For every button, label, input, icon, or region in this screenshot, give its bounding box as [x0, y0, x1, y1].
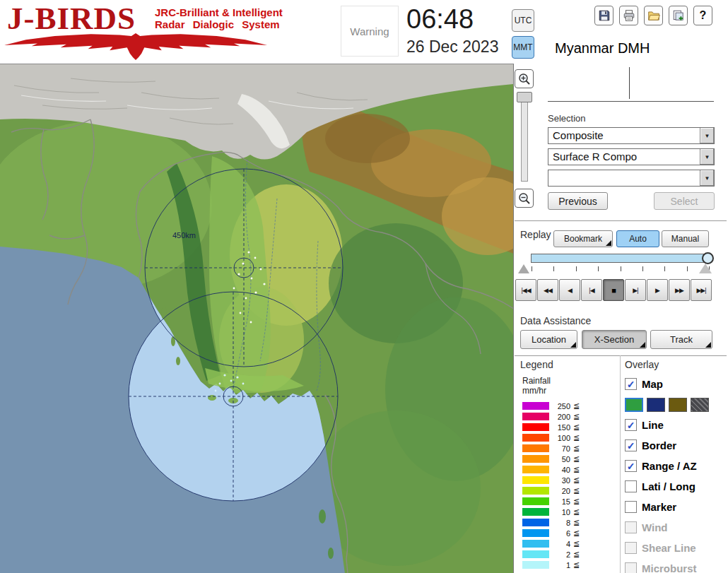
map-style-swatch-3[interactable] [669, 398, 687, 412]
legend-value: 30 [551, 476, 570, 485]
select-button[interactable]: Select [654, 192, 715, 210]
timeline-track[interactable] [531, 254, 712, 263]
manual-button[interactable]: Manual [662, 230, 709, 247]
floppy-disk-icon [598, 9, 611, 22]
overlay-item-lati-long[interactable]: Lati / Long [625, 476, 727, 497]
overlay-item-map[interactable]: ✓Map [625, 374, 727, 394]
checked-checkbox[interactable]: ✓ [625, 460, 637, 472]
overlay-label-text: Lati / Long [642, 480, 695, 492]
unchecked-checkbox[interactable] [625, 480, 637, 492]
playback-first-button[interactable]: |◀◀ [515, 279, 536, 301]
bookmark-button[interactable]: Bookmark [553, 230, 613, 247]
overlay-item-line[interactable]: ✓Line [625, 415, 727, 435]
legend-value: 40 [551, 466, 570, 474]
legend-color-swatch [522, 561, 549, 569]
overlay-item-range-az[interactable]: ✓Range / AZ [625, 456, 727, 476]
timeline-tick [532, 266, 532, 271]
less-equal-symbol: ≦ [573, 486, 580, 495]
checked-checkbox[interactable]: ✓ [625, 439, 637, 451]
map-style-swatch-4[interactable] [691, 398, 709, 412]
legend-value: 10 [551, 508, 570, 516]
checked-checkbox[interactable]: ✓ [625, 419, 637, 431]
less-equal-symbol: ≦ [573, 433, 580, 442]
zoom-slider-thumb[interactable] [517, 92, 532, 102]
save-button[interactable] [594, 6, 613, 25]
open-file-button[interactable] [644, 6, 663, 25]
dropdown-value: Composite [548, 128, 700, 143]
zoom-out-button[interactable] [515, 189, 534, 208]
timezone-utc-button[interactable]: UTC [512, 9, 534, 32]
location-button[interactable]: Location [520, 330, 577, 349]
timeline-tick [687, 266, 688, 271]
less-equal-symbol: ≦ [573, 518, 580, 527]
dropdown-value: Surface R Compo [548, 149, 700, 165]
legend-row: 30≦ [522, 475, 580, 485]
data-assistance-label: Data Assistance [520, 315, 591, 326]
playback-step-forward-button[interactable]: ▶ [647, 279, 668, 301]
legend-section-label: Legend [520, 359, 553, 370]
less-equal-symbol: ≦ [573, 497, 580, 506]
legend-row: 8≦ [522, 517, 580, 528]
map-style-swatches [625, 394, 727, 415]
timeline-knob[interactable] [702, 252, 714, 264]
overlay-item-border[interactable]: ✓Border [625, 435, 727, 456]
printer-icon [623, 9, 635, 22]
checked-checkbox[interactable]: ✓ [625, 378, 637, 390]
overlay-label-text: Marker [642, 501, 676, 513]
dropdown-arrow-icon[interactable]: ▼ [700, 128, 714, 143]
legend-color-swatch [522, 487, 549, 495]
map-style-swatch-2[interactable] [647, 398, 665, 412]
legend-value: 50 [551, 455, 570, 463]
selection-dropdown-3[interactable]: ▼ [548, 170, 715, 187]
legend-value: 70 [551, 444, 570, 453]
selection-dropdown-1[interactable]: Composite▼ [548, 127, 715, 144]
map-viewport[interactable]: 450km [0, 64, 514, 573]
dropdown-arrow-icon[interactable]: ▼ [700, 149, 714, 165]
timeline-position-handle[interactable] [699, 264, 712, 273]
zoom-slider[interactable] [517, 92, 531, 180]
print-button[interactable] [619, 6, 638, 25]
dropdown-arrow-icon[interactable]: ▼ [700, 170, 714, 186]
legend-color-swatch [522, 455, 549, 463]
legend-value: 250 [551, 402, 570, 410]
playback-next-frame-button[interactable]: ▶| [625, 279, 646, 301]
auto-button[interactable]: Auto [616, 230, 659, 247]
overlay-label-text: Range / AZ [642, 460, 697, 472]
unchecked-checkbox[interactable] [625, 501, 637, 513]
unchecked-checkbox[interactable] [625, 521, 637, 533]
app-logo-subtitle-2: Radar Dialogic System [155, 18, 280, 30]
export-image-button[interactable] [669, 6, 688, 25]
legend-row: 200≦ [522, 411, 580, 422]
track-button[interactable]: Track [650, 330, 712, 349]
selection-dropdown-2[interactable]: Surface R Compo▼ [548, 148, 715, 165]
legend-value: 8 [551, 519, 570, 527]
playback-fast-forward-button[interactable]: ▶▶ [669, 279, 690, 301]
playback-last-button[interactable]: ▶▶| [691, 279, 712, 301]
help-button[interactable]: ? [693, 6, 712, 25]
x-section-button[interactable]: X-Section [582, 330, 647, 349]
legend-color-swatch [522, 508, 549, 516]
playback-step-back-button[interactable]: ◀ [559, 279, 580, 301]
map-style-swatch-1[interactable] [625, 398, 643, 412]
legend-row: 20≦ [522, 485, 580, 496]
less-equal-symbol: ≦ [573, 507, 580, 516]
unchecked-checkbox[interactable] [625, 542, 637, 554]
playback-stop-button[interactable]: ■ [603, 279, 624, 301]
legend-unit-line1: Rainfall [522, 376, 551, 386]
warning-indicator[interactable]: Warning [341, 6, 399, 57]
legend-row: 10≦ [522, 507, 580, 517]
legend-color-swatch [522, 413, 549, 420]
copy-plus-icon [672, 9, 685, 22]
overlay-item-marker[interactable]: Marker [625, 497, 727, 517]
previous-button[interactable]: Previous [548, 192, 608, 210]
zoom-in-button[interactable] [515, 69, 534, 88]
timezone-mmt-button[interactable]: MMT [512, 36, 534, 59]
radar-map[interactable]: 450km [0, 64, 514, 573]
zoom-slider-track[interactable] [521, 92, 528, 182]
magnifier-plus-icon [517, 72, 532, 86]
unchecked-checkbox[interactable] [625, 562, 637, 573]
less-equal-symbol: ≦ [573, 465, 580, 474]
playback-rewind-button[interactable]: ◀◀ [537, 279, 558, 301]
playback-prev-frame-button[interactable]: |◀ [581, 279, 602, 301]
legend-row: 250≦ [522, 401, 580, 411]
